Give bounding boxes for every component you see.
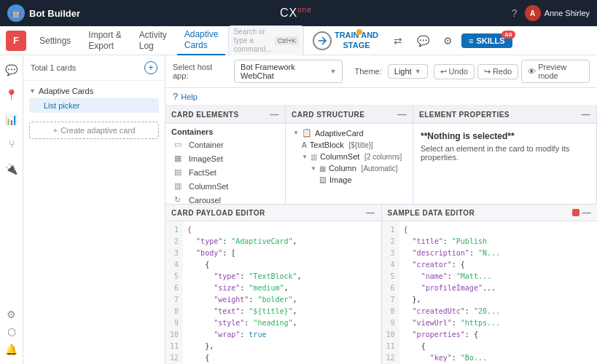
sidebar-plugin-icon[interactable]: 🔌 <box>3 160 20 178</box>
adaptive-cards-header[interactable]: ▼ Adaptive Cards <box>29 84 159 98</box>
user-badge: A Anne Shirley <box>525 5 590 21</box>
nav-item-settings[interactable]: Settings <box>32 26 78 55</box>
section-chevron: ▼ <box>29 87 36 95</box>
skills-all-badge: All <box>502 31 515 39</box>
user-avatar: A <box>525 5 541 21</box>
elem-carousel[interactable]: ↻ Carousel <box>165 193 285 204</box>
main-content: Select host app: Bot Framework WebChat ▼… <box>165 55 597 364</box>
help-icon-btn[interactable]: ? <box>512 7 518 19</box>
containers-group-title: Containers <box>165 124 285 138</box>
create-plus-icon: + <box>53 126 58 135</box>
tree-adaptive-card[interactable]: ▼ 📋 AdaptiveCard <box>286 127 413 139</box>
cxone-logo: CXone <box>280 6 312 20</box>
payload-line-numbers: 123456789101112131415161718 <box>165 221 183 364</box>
nav-item-import-export-label: Import &Export <box>88 30 121 51</box>
sample-data-title: SAMPLE DATA EDITOR <box>388 209 475 217</box>
sidebar-branch-icon[interactable]: ⑂ <box>3 135 20 153</box>
imageset-label: ImageSet <box>189 154 223 163</box>
app-logo: 🤖 Bot Builder <box>7 4 80 22</box>
train-and-stage-button[interactable]: TRAIN AND STAGE <box>307 28 384 52</box>
transfer-icon-btn[interactable]: ⇄ <box>387 30 409 52</box>
f-button[interactable]: F <box>6 31 26 51</box>
tree-textblock[interactable]: A TextBlock [${title}] <box>286 139 413 151</box>
preview-mode-button[interactable]: 👁 Preview mode <box>521 60 590 83</box>
tree-columnset[interactable]: ▼ ▥ ColumnSet [2 columns] <box>286 151 413 162</box>
secondary-navigation: F Settings Import &Export ActivityLog Ad… <box>0 26 597 55</box>
sidebar-location-icon[interactable]: 📍 <box>3 86 20 103</box>
container-label: Container <box>189 141 224 149</box>
payload-editor-minimize[interactable]: — <box>366 207 375 218</box>
elem-imageset[interactable]: ▦ ImageSet <box>165 151 285 165</box>
card-structure-minimize[interactable]: — <box>398 109 407 119</box>
help-icon[interactable]: ? <box>173 91 178 102</box>
sidebar-shapes-icon[interactable]: ⬡ <box>3 323 20 341</box>
element-properties-panel: ELEMENT PROPERTIES — **Nothing is select… <box>413 106 597 204</box>
undo-button[interactable]: ↩ Undo <box>434 64 475 79</box>
cards-panel: Total 1 cards + ▼ Adaptive Cards List pi… <box>23 55 165 364</box>
theme-value: Light <box>394 67 412 76</box>
adaptive-card-label: AdaptiveCard <box>315 129 364 138</box>
columnset-icon: ▥ <box>174 181 184 191</box>
host-app-select[interactable]: Bot Framework WebChat ▼ <box>234 60 343 83</box>
card-elements-header: CARD ELEMENTS — <box>165 106 285 124</box>
payload-editor-title: CARD PAYLOAD EDITOR <box>171 209 265 217</box>
column-chevron: ▼ <box>311 165 316 172</box>
tree-column[interactable]: ▼ ▦ Column [Automatic] <box>286 162 413 174</box>
theme-label: Theme: <box>354 67 381 76</box>
content-toolbar: Select host app: Bot Framework WebChat ▼… <box>165 55 597 88</box>
image-tree-icon: 🖼 <box>319 176 327 184</box>
create-label: Create adaptive card <box>61 126 135 135</box>
nav-item-import-export[interactable]: Import &Export <box>81 26 128 55</box>
adaptive-card-chevron: ▼ <box>293 130 299 136</box>
search-shortcut: Ctrl+K <box>275 36 299 45</box>
payload-code-content[interactable]: { "type": "AdaptiveCard", "body": [ { "t… <box>183 221 381 364</box>
payload-editor-header: CARD PAYLOAD EDITOR — <box>165 205 381 221</box>
help-text[interactable]: Help <box>181 92 198 101</box>
carousel-icon: ↻ <box>174 195 184 204</box>
sidebar-settings-icon[interactable]: ⚙ <box>3 306 20 323</box>
panel-add-button[interactable]: + <box>144 61 157 74</box>
one-mark: one <box>297 6 312 14</box>
search-placeholder: Search ortype acommand... <box>233 28 271 54</box>
sample-data-code-content[interactable]: { "title": "Publish "description": "N...… <box>399 221 597 364</box>
redo-label: Redo <box>493 67 512 76</box>
payload-code-body: 123456789101112131415161718 { "type": "A… <box>165 221 381 364</box>
cx-text: CX <box>280 7 297 20</box>
gear-icon-btn[interactable]: ⚙ <box>437 30 459 52</box>
sidebar-chart-icon[interactable]: 📊 <box>3 111 20 128</box>
columnset-tree-icon: ▥ <box>311 153 317 161</box>
nav-item-activity-log[interactable]: ActivityLog <box>132 26 174 55</box>
undo-icon: ↩ <box>440 67 447 76</box>
columnset-chevron: ▼ <box>302 154 308 160</box>
elem-columnset[interactable]: ▥ ColumnSet <box>165 179 285 193</box>
help-row: ? Help <box>165 88 597 106</box>
column-tree-icon: ▦ <box>319 165 326 173</box>
sample-data-minimize[interactable]: — <box>582 207 592 218</box>
factset-label: FactSet <box>189 168 216 177</box>
sidebar-bell-icon[interactable]: 🔔 <box>3 341 20 358</box>
theme-dropdown-arrow: ▼ <box>415 68 421 75</box>
element-properties-header: ELEMENT PROPERTIES — <box>413 106 596 124</box>
tree-image[interactable]: 🖼 Image <box>286 174 413 186</box>
theme-select[interactable]: Light ▼ <box>388 64 428 79</box>
sidebar-chat-icon[interactable]: 💬 <box>3 61 20 79</box>
adaptive-cards-section: ▼ Adaptive Cards List picker <box>23 81 165 116</box>
search-box[interactable]: Search ortype acommand... Ctrl+K <box>228 25 304 56</box>
adaptive-card-icon: 📋 <box>302 128 312 138</box>
sidebar-bottom: ⚙ ⬡ 🔔 <box>3 306 20 358</box>
element-properties-title: ELEMENT PROPERTIES <box>419 111 510 119</box>
create-adaptive-card-button[interactable]: + Create adaptive card <box>29 122 159 139</box>
chat-icon-btn[interactable]: 💬 <box>412 30 434 52</box>
nav-item-adaptive-cards[interactable]: AdaptiveCards <box>177 26 226 55</box>
column-tree-label: Column <box>329 164 356 173</box>
elem-container[interactable]: ▭ Container <box>165 138 285 151</box>
card-item-list-picker[interactable]: List picker <box>29 98 159 113</box>
adaptive-cards-label: Adaptive Cards <box>39 87 93 95</box>
card-elements-minimize[interactable]: — <box>270 109 280 119</box>
elem-factset[interactable]: ▤ FactSet <box>165 165 285 179</box>
redo-button[interactable]: ↪ Redo <box>477 64 518 79</box>
properties-description: Select an element in the card to modify … <box>421 144 589 162</box>
train-stage-icon <box>313 31 332 50</box>
element-properties-minimize[interactable]: — <box>582 109 591 119</box>
skills-button[interactable]: ≡ SKILLS All <box>461 33 512 48</box>
